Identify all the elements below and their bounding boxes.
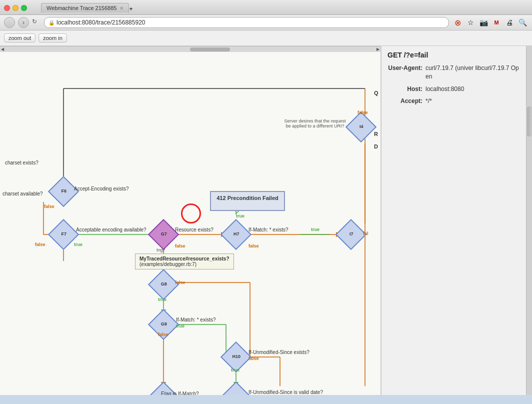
v-scroll-thumb[interactable] xyxy=(527,106,532,136)
stop-icon[interactable]: ⊗ xyxy=(452,17,463,28)
user-agent-value: curl/7.19.7 (univer libcurl/7.19.7 Open xyxy=(426,64,520,81)
node-g7-label: G7 xyxy=(154,232,174,236)
zoom-in-button[interactable]: zoom in xyxy=(38,34,67,42)
g7-false-label: false xyxy=(175,244,186,248)
g7-trace-label: tng7 xyxy=(156,248,166,252)
q-charset-avail: charset available? xyxy=(2,191,43,196)
node-h7[interactable]: H7 xyxy=(220,219,252,250)
q-charset-exists: charset exists? xyxy=(5,160,38,166)
browser-tab[interactable]: Webmachine Trace 2156885 ✕ xyxy=(41,3,129,12)
r-label: R xyxy=(374,131,378,137)
zoom-out-button[interactable]: zoom out xyxy=(4,34,36,42)
q-etag-if-match: Etag in If-Match? xyxy=(161,391,199,395)
print-icon[interactable]: 🖨 xyxy=(504,17,515,28)
minimize-button[interactable] xyxy=(12,5,18,11)
window-chrome: Webmachine Trace 2156885 ✕ + xyxy=(0,0,532,15)
tab-label: Webmachine Trace 2156885 xyxy=(46,5,116,11)
address-bar[interactable]: 🔒 localhost:8080/trace/2156885920 xyxy=(44,17,449,28)
node-g8[interactable]: G8 xyxy=(148,269,179,300)
diagram-scroll[interactable]: Server desires that the requestbe applie… xyxy=(0,46,380,395)
user-agent-label: User-Agent: xyxy=(388,64,422,81)
q-label: Q xyxy=(374,90,378,96)
accept-value: */* xyxy=(426,97,520,106)
g8-false-label: false xyxy=(175,280,186,285)
screenshot-icon[interactable]: 📷 xyxy=(478,17,489,28)
f7-false-label: false xyxy=(35,242,46,247)
q-if-unmodified-valid: If-Unmodified-Since is valid date? xyxy=(248,390,323,395)
star-icon[interactable]: ☆ xyxy=(465,17,476,28)
diagram-canvas: Server desires that the requestbe applie… xyxy=(0,46,380,395)
node-h7-label: H7 xyxy=(226,232,246,236)
toolbar: ‹ › ↻ 🔒 localhost:8080/trace/2156885920 … xyxy=(0,15,532,30)
node-f7-label: F7 xyxy=(54,232,74,236)
request-title: GET /?e=fail xyxy=(388,51,520,59)
node-g9-label: G9 xyxy=(154,322,174,326)
node-412: 412 Precondition Failed xyxy=(210,191,285,211)
forward-icon: › xyxy=(22,19,24,26)
node-i7-label: I7 xyxy=(342,232,362,236)
f7-true-label: true xyxy=(74,242,82,247)
node-h11-label: H11 xyxy=(226,394,246,395)
h-scroll-thumb[interactable] xyxy=(190,48,230,52)
q-if-match-g9: If-Match: * exists? xyxy=(176,317,216,322)
node-i7[interactable]: I7 xyxy=(336,219,366,250)
main-content: Server desires that the requestbe applie… xyxy=(0,46,532,395)
g9-false-label: false xyxy=(158,332,168,337)
lock-icon: 🔒 xyxy=(48,20,54,26)
refresh-button[interactable]: ↻ xyxy=(32,18,41,27)
close-button[interactable] xyxy=(4,5,10,11)
node-g8-label: G8 xyxy=(154,282,174,286)
h10-false-label: false xyxy=(248,356,259,361)
url-text: localhost:8080/trace/2156885920 xyxy=(56,19,145,26)
host-value: localhost:8080 xyxy=(426,85,520,94)
h7-true-label: true xyxy=(236,214,244,218)
new-tab-button[interactable]: + xyxy=(129,6,132,12)
back-button[interactable]: ‹ xyxy=(4,17,15,28)
toolbar-icons: ⊗ ☆ 📷 M 🖨 🔍 xyxy=(452,17,528,28)
q-accept-encoding: Accept-Encoding exists? xyxy=(74,186,129,192)
node-f6-label: F6 xyxy=(54,188,74,194)
vertical-scrollbar[interactable] xyxy=(526,46,532,395)
horizontal-scrollbar[interactable]: ◀ ▶ xyxy=(0,46,380,52)
refresh-icon: ↻ xyxy=(32,18,37,25)
host-row: Host: localhost:8080 xyxy=(388,85,520,94)
g7-tooltip: MyTracedResource#resource_exists? (examp… xyxy=(135,254,234,270)
traffic-lights xyxy=(4,5,27,11)
g9-true-label: true xyxy=(176,324,184,328)
maximize-button[interactable] xyxy=(21,5,27,11)
settings-icon[interactable]: 🔍 xyxy=(517,17,528,28)
title-bar: Webmachine Trace 2156885 ✕ + xyxy=(4,3,528,14)
server-desire-text: Server desires that the requestbe applie… xyxy=(282,118,348,128)
d-label: D xyxy=(374,144,378,150)
q-if-unmodified: If-Unmodified-Since exists? xyxy=(248,350,310,355)
node-g7[interactable]: G7 xyxy=(148,219,179,250)
highlight-circle xyxy=(181,204,201,224)
h7-false-label: false xyxy=(248,244,259,248)
f6-false-label: false xyxy=(44,204,54,209)
node-f6[interactable]: F6 xyxy=(48,176,79,207)
zoom-controls: zoom out zoom in xyxy=(0,30,532,46)
i4-false-label: false xyxy=(358,110,368,115)
q-resource-exists: Resource exists? xyxy=(175,227,214,232)
scroll-right-icon[interactable]: ▶ xyxy=(376,47,380,52)
node-h10-label: H10 xyxy=(226,354,246,359)
forward-button[interactable]: › xyxy=(18,17,29,28)
tab-close-icon[interactable]: ✕ xyxy=(120,6,124,11)
scroll-left-icon[interactable]: ◀ xyxy=(1,47,4,52)
node-h11[interactable]: H11 xyxy=(220,382,252,395)
tab-bar: Webmachine Trace 2156885 ✕ + xyxy=(41,3,132,12)
diagram-panel: Server desires that the requestbe applie… xyxy=(0,46,381,395)
tooltip-title: MyTracedResource#resource_exists? xyxy=(140,256,230,262)
q-if-match: If-Match: * exists? xyxy=(248,227,288,232)
node-i4-label: I4 xyxy=(352,124,372,129)
h10-true-label: true xyxy=(231,368,240,372)
tooltip-detail: (examples/debugger.rb:7) xyxy=(140,262,230,267)
q-acceptable-encoding: Acceptable encoding available? xyxy=(76,227,146,232)
gmail-icon[interactable]: M xyxy=(491,17,502,28)
accept-row: Accept: */* xyxy=(388,97,520,106)
host-label: Host: xyxy=(388,85,422,94)
node-i4[interactable]: I4 xyxy=(346,112,376,142)
user-agent-row: User-Agent: curl/7.19.7 (univer libcurl/… xyxy=(388,64,520,81)
back-icon: ‹ xyxy=(8,19,10,26)
i7-true-label: true xyxy=(311,227,320,232)
